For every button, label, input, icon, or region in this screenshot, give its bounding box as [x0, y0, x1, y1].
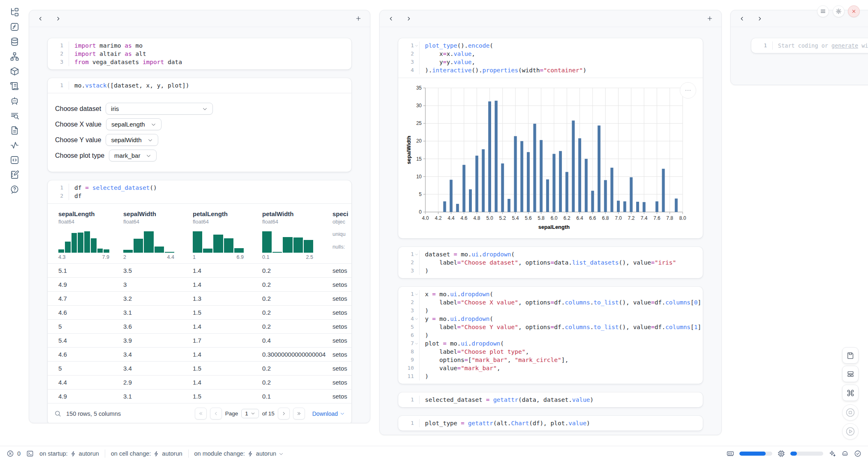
- check-circle-icon[interactable]: [854, 450, 861, 457]
- code-editor[interactable]: 1dataset = mo.ui.dropdown(2 label="Choos…: [398, 247, 703, 278]
- code-text: plot = mo.ui.dropdown(: [419, 339, 504, 348]
- svg-text:10: 10: [416, 174, 422, 180]
- fold-chevron-icon[interactable]: [414, 315, 419, 323]
- close-button[interactable]: [848, 5, 860, 17]
- dropdown-label: Choose Y value: [55, 136, 101, 144]
- fold-chevron-icon[interactable]: [414, 250, 419, 258]
- notebook-pen-icon[interactable]: [10, 170, 19, 180]
- search-icon[interactable]: [54, 410, 61, 417]
- plot-cell: 1plot_type().encode(2 x=x.value,3 y=y.va…: [398, 38, 703, 238]
- run-button[interactable]: [842, 423, 859, 440]
- table-row[interactable]: 4.931.40.2setos: [48, 277, 351, 291]
- x-value-select[interactable]: sepalLength: [106, 118, 162, 130]
- document-icon[interactable]: [10, 126, 19, 135]
- run-config-item[interactable]: on cell change:autorun: [111, 450, 182, 457]
- function-square-icon[interactable]: [10, 22, 19, 32]
- chart-actions-button[interactable]: [680, 82, 696, 99]
- database-icon[interactable]: [10, 37, 19, 46]
- play-icon: [845, 426, 855, 436]
- table-row[interactable]: 5.43.91.70.4setos: [48, 333, 351, 347]
- fold-chevron-icon[interactable]: [414, 41, 419, 50]
- save-button[interactable]: [842, 347, 859, 364]
- prev-page-button[interactable]: [210, 408, 222, 420]
- run-config-item[interactable]: on startup:autorun: [39, 450, 99, 457]
- code-text: options=["mark_bar", "mark_circle"],: [419, 356, 568, 364]
- table-row[interactable]: 53.61.40.2setos: [48, 319, 351, 333]
- code-editor[interactable]: 1plot_type().encode(2 x=x.value,3 y=y.va…: [398, 38, 703, 78]
- prev-column-icon[interactable]: [739, 16, 745, 22]
- code-editor[interactable]: 1import marimo as mo2import altair as al…: [48, 38, 351, 69]
- plot-type-select[interactable]: mark_bar: [109, 150, 157, 161]
- svg-text:5.2: 5.2: [499, 215, 506, 221]
- next-column-icon[interactable]: [757, 16, 763, 22]
- table-row[interactable]: 53.41.50.2setos: [48, 361, 351, 375]
- table-row[interactable]: 4.42.91.40.2setos: [48, 375, 351, 389]
- scroll-icon[interactable]: [10, 81, 19, 91]
- generate-link[interactable]: generate: [831, 42, 858, 49]
- file-tree-icon[interactable]: [10, 7, 19, 17]
- table-cell: 4.7: [54, 295, 119, 302]
- error-indicator[interactable]: 0: [7, 450, 21, 457]
- command-palette-button[interactable]: [842, 385, 859, 401]
- empty-code-cell: 1 Start coding or generate with: [751, 38, 868, 53]
- prev-column-icon[interactable]: [37, 16, 44, 22]
- column-header[interactable]: petalWidthfloat640.12.5: [258, 210, 328, 260]
- fold-chevron-icon[interactable]: [414, 339, 419, 348]
- code-editor[interactable]: 1mo.vstack([dataset, x, y, plot]): [48, 78, 351, 93]
- copilot-icon[interactable]: [841, 450, 849, 457]
- svg-text:7.2: 7.2: [628, 215, 635, 221]
- dataset-select[interactable]: iris: [106, 103, 213, 115]
- line-number: 1: [402, 419, 414, 427]
- table-row[interactable]: 4.63.41.40.30000000000000004setos: [48, 347, 351, 361]
- menu-button[interactable]: [817, 5, 829, 17]
- sparkles-icon[interactable]: [829, 450, 836, 457]
- chevron-left-icon: [213, 411, 219, 416]
- add-cell-icon[interactable]: [355, 15, 362, 22]
- bar-chart[interactable]: 4.04.24.44.64.85.05.25.45.65.86.06.26.46…: [404, 83, 692, 234]
- fold-chevron-icon[interactable]: [414, 290, 419, 298]
- download-button[interactable]: Download: [312, 410, 345, 417]
- run-config-item[interactable]: on module change:autorun: [194, 450, 284, 457]
- code-editor[interactable]: 1selected_dataset = getattr(data, datase…: [398, 392, 703, 407]
- settings-button[interactable]: [833, 5, 845, 17]
- help-icon[interactable]: [10, 185, 19, 194]
- table-row[interactable]: 4.73.21.30.2setos: [48, 291, 351, 305]
- prev-column-icon[interactable]: [388, 16, 394, 22]
- column-header[interactable]: sepalWidthfloat6424.4: [119, 210, 189, 260]
- first-page-button[interactable]: [195, 408, 207, 420]
- add-cell-icon[interactable]: [706, 15, 713, 22]
- table-row[interactable]: 4.93.11.50.1setos: [48, 389, 351, 403]
- page-number: 1: [245, 410, 248, 417]
- terminal-icon[interactable]: [26, 450, 34, 457]
- line-number: 1: [755, 41, 767, 50]
- dropdown-row: Choose X valuesepalLength: [55, 118, 344, 130]
- stop-button[interactable]: [842, 404, 859, 421]
- next-column-icon[interactable]: [55, 16, 61, 22]
- layout-button[interactable]: [842, 366, 859, 382]
- table-cell: 0.2: [258, 295, 328, 302]
- code-editor[interactable]: 1plot_type = getattr(alt.Chart(df), plot…: [398, 416, 703, 431]
- search-list-icon[interactable]: [10, 111, 19, 120]
- next-column-icon[interactable]: [406, 16, 412, 22]
- histogram-bar: [262, 231, 272, 253]
- y-value-select[interactable]: sepalWidth: [106, 134, 158, 146]
- table-row[interactable]: 4.63.11.50.2setos: [48, 305, 351, 319]
- table-row[interactable]: 5.13.51.40.2setos: [48, 263, 351, 277]
- column-header[interactable]: speciobjecuniqunulls:: [328, 210, 351, 260]
- code-editor[interactable]: 1x = mo.ui.dropdown(2 label="Choose X va…: [398, 287, 703, 384]
- next-page-button[interactable]: [278, 408, 290, 420]
- fold-slot: [414, 364, 419, 372]
- last-page-button[interactable]: [293, 408, 305, 420]
- package-icon[interactable]: [10, 67, 19, 76]
- column-header[interactable]: sepalLengthfloat644.37.9: [54, 210, 119, 260]
- bot-icon[interactable]: [10, 96, 19, 106]
- code-square-icon[interactable]: [10, 155, 19, 165]
- column-name: speci: [332, 210, 351, 217]
- page-select[interactable]: 1: [241, 409, 259, 418]
- code-editor[interactable]: 1 Start coding or generate with: [751, 38, 868, 53]
- column-header[interactable]: petalLengthfloat6416.9: [189, 210, 258, 260]
- code-editor[interactable]: 1df = selected_dataset()2df: [48, 180, 351, 203]
- dropdown-label: Choose plot type: [55, 152, 104, 159]
- sitemap-icon[interactable]: [10, 52, 19, 61]
- activity-icon[interactable]: [10, 141, 19, 150]
